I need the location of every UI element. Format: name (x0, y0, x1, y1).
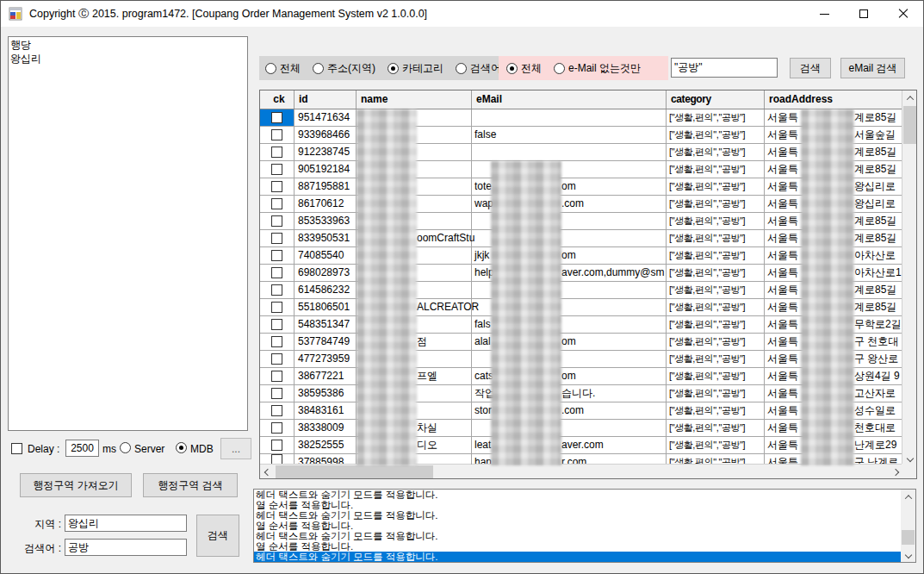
row-checkbox[interactable] (271, 267, 282, 278)
row-checkbox[interactable] (271, 371, 282, 382)
log-line[interactable]: 헤더 택스트와 숨기기 모드를 적용합니다. (254, 510, 915, 521)
fetch-districts-button[interactable]: 행정구역 가져오기 (20, 473, 132, 497)
row-checkbox[interactable] (271, 336, 282, 347)
row-check-cell[interactable] (260, 196, 295, 212)
row-check-cell[interactable] (260, 351, 295, 367)
log-line[interactable]: 열 순서를 적용합니다. (254, 541, 915, 552)
row-checkbox[interactable] (271, 284, 282, 296)
row-checkbox[interactable] (271, 198, 282, 209)
scroll-left-icon[interactable] (260, 465, 275, 479)
grid-row[interactable]: 537784749점alalom["생활,편의","공방"]서울특구 천호대 (260, 334, 902, 351)
column-header-eMail[interactable]: eMail (472, 90, 667, 109)
row-check-cell[interactable] (260, 230, 295, 246)
grid-vscroll-thumb[interactable] (903, 106, 916, 144)
scroll-right-icon[interactable] (888, 465, 902, 479)
minimize-button[interactable] (804, 1, 844, 27)
row-checkbox[interactable] (271, 422, 282, 434)
grid-row[interactable]: 38338009차실["생활,편의","공방"]서울특천호대로 (260, 420, 902, 437)
email-search-button[interactable]: eMail 검색 (840, 58, 905, 78)
log-line[interactable]: 헤더 택스트와 숨기기 모드를 적용합니다. (254, 490, 915, 500)
row-check-cell[interactable] (260, 420, 295, 436)
row-check-cell[interactable] (260, 247, 295, 264)
grid-row[interactable]: 38252555디오leataver.com["생활,편의","공방"]서울특난… (260, 437, 902, 454)
grid-row[interactable]: 38483161stor.com["생활,편의","공방"]서울특성수일로 (260, 402, 902, 420)
row-check-cell[interactable] (260, 282, 295, 298)
browse-button[interactable]: ... (220, 438, 251, 459)
grid-row[interactable]: 905192184["생활,편의","공방"]서울특계로85길 (260, 161, 902, 178)
grid-row[interactable]: 548351347fals["생활,편의","공방"]서울특무학로2길 (260, 316, 902, 334)
row-checkbox[interactable] (271, 215, 282, 227)
mdb-radio[interactable] (176, 442, 187, 453)
grid-row[interactable]: 912238745["생활,편의","공방"]서울특계로85길 (260, 144, 902, 161)
grid-row[interactable]: 477273959["생활,편의","공방"]서울특구 왕산로 (260, 351, 902, 368)
row-checkbox[interactable] (271, 147, 282, 158)
grid-row[interactable]: 833950531oomCraftStu["생활,편의","공방"]서울특계로8… (260, 230, 902, 247)
grid-vertical-scrollbar[interactable] (902, 90, 916, 465)
row-check-cell[interactable] (260, 334, 295, 350)
scope-filter-radio[interactable] (313, 63, 324, 74)
scope-filter-radio[interactable] (388, 63, 399, 74)
grid-row[interactable]: 614586232["생활,편의","공방"]서울특계로85길 (260, 282, 902, 299)
log-scroll-up-icon[interactable] (901, 490, 915, 504)
row-check-cell[interactable] (260, 368, 295, 384)
sidebar-search-button[interactable]: 검색 (196, 515, 239, 557)
column-header-category[interactable]: category (667, 90, 765, 109)
row-checkbox[interactable] (271, 129, 282, 140)
row-check-cell[interactable] (260, 109, 295, 126)
grid-row[interactable]: 951471634["생활,편의","공방"]서울특계로85길 (260, 109, 902, 127)
title-bar[interactable]: Copyright ⓒ 2015. program1472. [Coupang … (1, 1, 923, 27)
server-radio[interactable] (120, 442, 131, 453)
row-check-cell[interactable] (260, 161, 295, 178)
scope-filter-option[interactable]: 주소(지역) (313, 61, 375, 76)
scope-filter-radio[interactable] (265, 63, 276, 74)
row-check-cell[interactable] (260, 144, 295, 160)
scope-filter-option[interactable]: 전체 (265, 61, 301, 76)
row-checkbox[interactable] (271, 250, 282, 261)
log-vscroll-thumb[interactable] (902, 530, 915, 545)
column-header-id[interactable]: id (295, 90, 357, 109)
grid-row[interactable]: 86170612wap.com["생활,편의","공방"]서울특왕십리로 (260, 196, 902, 213)
log-line[interactable]: 헤더 택스트와 숨기기 모드를 적용합니다. (254, 552, 915, 562)
row-check-cell[interactable] (260, 316, 295, 333)
scope-filter-option[interactable]: 검색어 (456, 61, 501, 76)
row-checkbox[interactable] (271, 112, 282, 123)
row-checkbox[interactable] (271, 319, 282, 330)
grid-row[interactable]: 887195881toteom["생활,편의","공방"]서울특왕십리로 (260, 178, 902, 196)
region-list-item[interactable]: 행당 (10, 38, 245, 52)
log-scroll-down-icon[interactable] (901, 547, 915, 562)
log-listbox[interactable]: 헤더 택스트와 숨기기 모드를 적용합니다.열 순서를 적용합니다.헤더 택스트… (253, 489, 916, 563)
row-check-cell[interactable] (260, 402, 295, 419)
log-line[interactable]: 열 순서를 적용합니다. (254, 500, 915, 510)
row-check-cell[interactable] (260, 213, 295, 229)
region-list-item[interactable]: 왕십리 (10, 52, 245, 66)
grid-row[interactable]: 74085540jkjkom["생활,편의","공방"]서울특아차산로 (260, 247, 902, 265)
column-header-roadAddress[interactable]: roadAddress (765, 90, 902, 109)
region-listbox[interactable]: 행당왕십리 (8, 36, 248, 431)
scope-filter-option[interactable]: 카테고리 (388, 61, 443, 76)
email-filter-option[interactable]: 전체 (506, 61, 542, 76)
query-input[interactable] (671, 58, 778, 78)
close-button[interactable] (884, 1, 923, 27)
scope-filter-radio[interactable] (456, 63, 467, 74)
email-filter-option[interactable]: e-Mail 없는것만 (554, 61, 641, 76)
log-line[interactable]: 열 순서를 적용합니다. (254, 521, 915, 531)
log-vertical-scrollbar[interactable] (901, 490, 915, 562)
column-header-name[interactable]: name (357, 90, 472, 109)
grid-row[interactable]: 933968466false["생활,편의","공방"]서울특서울숲길 (260, 127, 902, 144)
maximize-button[interactable] (844, 1, 884, 27)
delay-checkbox[interactable] (11, 443, 22, 454)
scroll-up-icon[interactable] (902, 90, 917, 105)
email-filter-radio[interactable] (506, 63, 518, 74)
grid-row[interactable]: 38595386작업습니다.["생활,편의","공방"]서울특고산자로 (260, 385, 902, 402)
keyword-input[interactable] (65, 539, 187, 556)
row-checkbox[interactable] (271, 302, 282, 313)
row-checkbox[interactable] (271, 388, 282, 399)
delay-input[interactable] (65, 440, 99, 457)
email-filter-radio[interactable] (554, 63, 565, 74)
row-checkbox[interactable] (271, 181, 282, 192)
grid-row[interactable]: 38677221프엘catsom["생활,편의","공방"]서울특상원4길 9 (260, 368, 902, 385)
row-checkbox[interactable] (271, 233, 282, 244)
log-line[interactable]: 헤더 택스트와 숨기기 모드를 적용합니다. (254, 531, 915, 541)
row-checkbox[interactable] (271, 405, 282, 416)
row-check-cell[interactable] (260, 385, 295, 402)
